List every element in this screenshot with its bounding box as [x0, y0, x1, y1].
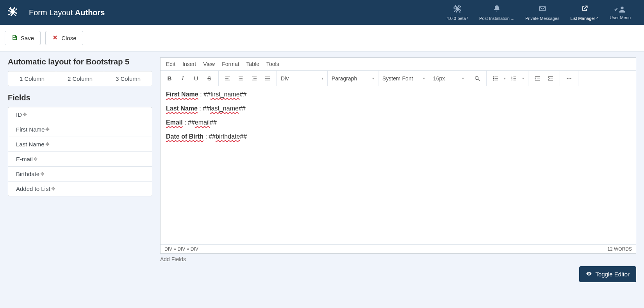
menu-tools[interactable]: Tools: [266, 61, 279, 67]
field-label: Birthdate: [16, 171, 39, 177]
editor-container: Edit Insert View Format Table Tools B I …: [160, 57, 636, 254]
align-center-button[interactable]: [234, 72, 248, 85]
field-item[interactable]: ID✥: [8, 107, 152, 122]
editor-panel: Edit Insert View Format Table Tools B I …: [160, 57, 636, 282]
close-icon: [52, 34, 58, 42]
app-header: Form Layout Authors 4.0.0-beta7 Post Ins…: [0, 0, 644, 25]
select-value: Paragraph: [332, 75, 357, 82]
envelope-icon: [539, 5, 546, 14]
header-item-label: Private Messages: [525, 16, 559, 21]
action-toolbar: Save Close: [0, 25, 644, 52]
font-size-select[interactable]: 16px▾: [429, 71, 468, 86]
field-item[interactable]: E-mail✥: [8, 152, 152, 167]
more-button[interactable]: [562, 72, 576, 85]
field-item[interactable]: First Name✥: [8, 122, 152, 137]
svg-point-37: [570, 78, 571, 79]
numbered-list-button[interactable]: 123: [507, 72, 521, 85]
paragraph-format-select[interactable]: Paragraph▾: [328, 71, 378, 86]
svg-point-19: [493, 80, 494, 80]
menu-edit[interactable]: Edit: [166, 61, 175, 67]
external-link-icon: [581, 5, 589, 14]
header-item-list-manager[interactable]: List Manager 4: [565, 2, 604, 24]
save-button[interactable]: Save: [5, 31, 41, 45]
joomla-icon: [453, 5, 461, 14]
select-value: Div: [281, 75, 289, 82]
save-icon: [11, 34, 18, 42]
move-icon: ✥: [34, 156, 38, 162]
svg-point-35: [567, 78, 568, 79]
outdent-button[interactable]: [531, 72, 544, 85]
editor-menubar: Edit Insert View Format Table Tools: [161, 58, 636, 71]
select-value: 16px: [433, 75, 445, 82]
search-button[interactable]: [471, 72, 484, 85]
align-right-button[interactable]: [248, 72, 261, 85]
editor-line: Date of Birth : ##birthdate##: [166, 133, 630, 140]
user-icon: ✔: [614, 5, 626, 14]
add-fields-label: Add Fields: [160, 256, 636, 262]
chevron-down-icon: ▾: [462, 76, 464, 80]
svg-text:3: 3: [511, 79, 512, 81]
menu-insert[interactable]: Insert: [182, 61, 196, 67]
toggle-editor-label: Toggle Editor: [595, 271, 630, 278]
bold-button[interactable]: B: [163, 72, 176, 85]
header-item-label: 4.0.0-beta7: [446, 16, 468, 21]
column-option-2[interactable]: 2 Column: [56, 71, 104, 86]
svg-point-0: [621, 7, 623, 9]
editor-line: First Name : ##first_name##: [166, 91, 630, 98]
column-option-1[interactable]: 1 Column: [8, 71, 56, 86]
menu-format[interactable]: Format: [222, 61, 239, 67]
field-label: First Name: [16, 126, 45, 133]
strikethrough-button[interactable]: S: [203, 72, 216, 85]
align-left-button[interactable]: [221, 72, 234, 85]
font-family-select[interactable]: System Font▾: [378, 71, 429, 86]
editor-body[interactable]: First Name : ##first_name## Last Name : …: [161, 86, 636, 244]
close-button[interactable]: Close: [45, 31, 83, 45]
chevron-down-icon[interactable]: ▾: [502, 76, 507, 80]
field-item[interactable]: Last Name✥: [8, 137, 152, 152]
svg-point-17: [493, 78, 494, 79]
column-option-3[interactable]: 3 Column: [104, 71, 152, 86]
fields-list: ID✥ First Name✥ Last Name✥ E-mail✥ Birth…: [8, 107, 152, 196]
move-icon: ✥: [40, 171, 45, 177]
svg-point-36: [569, 78, 570, 79]
move-icon: ✥: [23, 112, 27, 118]
header-item-label: Post Installation ...: [479, 16, 514, 21]
underline-button[interactable]: U: [189, 72, 203, 85]
chevron-down-icon: ▾: [321, 76, 323, 80]
header-item-post-install[interactable]: Post Installation ...: [474, 2, 520, 24]
close-label: Close: [61, 35, 76, 41]
bell-icon: [493, 5, 501, 14]
header-item-label: List Manager 4: [570, 16, 599, 21]
chevron-down-icon: ▾: [423, 76, 425, 80]
italic-button[interactable]: I: [176, 72, 189, 85]
save-label: Save: [21, 35, 34, 41]
menu-table[interactable]: Table: [246, 61, 259, 67]
header-quick-icons: 4.0.0-beta7 Post Installation ... Privat…: [441, 2, 636, 24]
select-value: System Font: [382, 75, 413, 82]
bullet-list-button[interactable]: [489, 72, 502, 85]
field-label: Last Name: [16, 141, 45, 148]
field-item[interactable]: Added to List✥: [8, 182, 152, 196]
element-path[interactable]: DIV » DIV » DIV: [164, 246, 198, 252]
editor-statusbar: DIV » DIV » DIV 12 WORDS: [161, 244, 636, 253]
field-item[interactable]: Birthdate✥: [8, 167, 152, 182]
align-justify-button[interactable]: [261, 72, 274, 85]
editor-line: Last Name : ##last_name##: [166, 105, 630, 112]
menu-view[interactable]: View: [203, 61, 215, 67]
move-icon: ✥: [51, 186, 55, 192]
block-format-select[interactable]: Div▾: [277, 71, 328, 86]
move-icon: ✥: [45, 141, 50, 147]
main-area: Automatic layout for Bootstrap 5 1 Colum…: [0, 52, 644, 288]
field-label: Added to List: [16, 185, 50, 192]
header-item-messages[interactable]: Private Messages: [520, 2, 565, 24]
header-item-version[interactable]: 4.0.0-beta7: [441, 2, 474, 24]
editor-toolbar: B I U S Div▾ Paragraph▾ System Font▾ 16p…: [161, 71, 636, 86]
sidebar: Automatic layout for Bootstrap 5 1 Colum…: [8, 57, 152, 196]
indent-button[interactable]: [544, 72, 557, 85]
toggle-editor-button[interactable]: Toggle Editor: [579, 266, 636, 282]
move-icon: ✥: [45, 126, 50, 132]
header-item-user-menu[interactable]: ✔ User Menu: [604, 2, 636, 24]
chevron-down-icon[interactable]: ▾: [521, 76, 526, 80]
field-label: ID: [16, 111, 22, 118]
eye-icon: [586, 271, 592, 278]
